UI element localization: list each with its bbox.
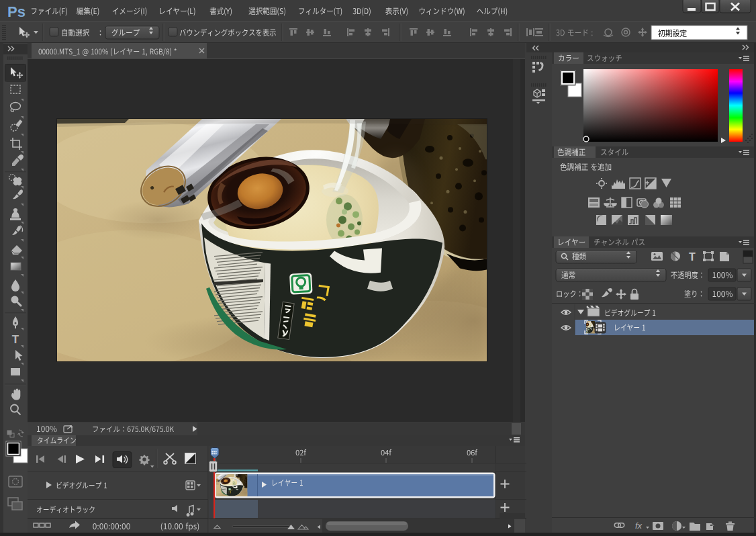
svg-text:Ps: Ps <box>7 3 26 20</box>
svg-text:T: T <box>689 251 696 263</box>
svg-text:fx: fx <box>635 521 643 531</box>
svg-text:T: T <box>12 333 19 346</box>
